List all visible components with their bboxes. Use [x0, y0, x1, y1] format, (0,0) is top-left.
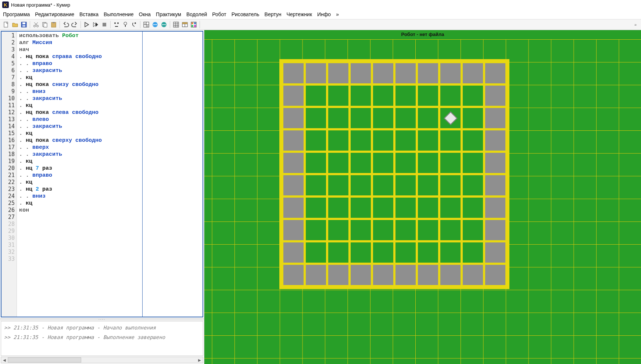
menu-водолей[interactable]: Водолей: [186, 11, 207, 17]
cell-2-0: [283, 108, 304, 128]
cell-0-6: [418, 63, 438, 83]
grid-tool-icon[interactable]: 10: [142, 21, 150, 29]
copy-icon[interactable]: [41, 21, 49, 29]
cell-3-1: [306, 130, 326, 151]
cell-8-7: [440, 242, 461, 263]
console-line: >> 21:31:35 - Новая программа - Начало в…: [4, 323, 200, 332]
run-icon[interactable]: [83, 21, 91, 29]
cell-8-6: [418, 242, 438, 263]
cell-5-1: [306, 175, 326, 195]
cell-9-0: [283, 265, 304, 285]
grid-black-icon[interactable]: [172, 21, 180, 29]
cell-3-7: [440, 130, 461, 151]
cell-5-6: [418, 175, 438, 195]
code-area[interactable]: использовать Роботалг Миссиянач. нц пока…: [17, 32, 203, 317]
code-editor[interactable]: 1234567891011121314151617181920212223242…: [1, 31, 203, 317]
menu-чертежник[interactable]: Чертежник: [286, 11, 312, 17]
cell-9-7: [440, 265, 461, 285]
toolbar-separator: [60, 21, 60, 28]
save-file-icon[interactable]: [20, 21, 28, 29]
cell-6-4: [373, 198, 393, 218]
horizontal-scrollbar[interactable]: ◄ ►: [1, 357, 203, 363]
menu-вертун[interactable]: Вертун: [265, 11, 282, 17]
cell-6-2: [328, 198, 348, 218]
stop-icon[interactable]: [100, 21, 108, 29]
table-icon[interactable]: [181, 21, 189, 29]
paint-icon[interactable]: [190, 21, 198, 29]
scroll-right-arrow[interactable]: ►: [196, 357, 203, 363]
menu-инфо[interactable]: Инфо: [317, 11, 331, 17]
run-step-icon[interactable]: [92, 21, 100, 29]
cell-2-8: [463, 108, 483, 128]
app-icon: K: [2, 1, 9, 8]
globe-blue-icon[interactable]: [151, 21, 159, 29]
field-canvas[interactable]: [204, 39, 641, 364]
svg-rect-25: [194, 22, 196, 24]
cell-6-9: [485, 198, 505, 218]
cell-4-5: [395, 153, 416, 173]
svg-rect-20: [173, 22, 179, 27]
new-file-icon[interactable]: [2, 21, 10, 29]
menu-практикум[interactable]: Практикум: [156, 11, 181, 17]
window-title: Новая программа* - Кумир: [11, 2, 70, 8]
cell-3-5: [395, 130, 416, 151]
cell-3-2: [328, 130, 348, 151]
cut-icon[interactable]: [32, 21, 40, 29]
robot-board: [279, 59, 509, 289]
output-console[interactable]: >> 21:31:35 - Новая программа - Начало в…: [1, 321, 203, 356]
menu-рисователь[interactable]: Рисователь: [232, 11, 259, 17]
cell-4-2: [328, 153, 348, 173]
cell-6-0: [283, 198, 304, 218]
cell-7-7: [440, 220, 461, 240]
scroll-left-arrow[interactable]: ◄: [1, 357, 8, 363]
cell-6-8: [463, 198, 483, 218]
cell-8-1: [306, 242, 326, 263]
redo-icon[interactable]: [71, 21, 79, 29]
play-begin-icon[interactable]: [112, 21, 121, 29]
toolbar-overflow[interactable]: »: [632, 22, 639, 27]
cell-0-2: [328, 63, 348, 83]
toolbar-separator: [30, 21, 30, 28]
cell-0-1: [306, 63, 326, 83]
cell-1-9: [485, 86, 505, 106]
cell-3-9: [485, 130, 505, 151]
left-pane: 1234567891011121314151617181920212223242…: [0, 30, 204, 364]
cell-3-3: [351, 130, 371, 151]
toolbar-separator: [80, 21, 81, 28]
cell-0-5: [395, 63, 416, 83]
cell-0-7: [440, 63, 461, 83]
cell-2-6: [418, 108, 438, 128]
open-file-icon[interactable]: [11, 21, 19, 29]
menu-»[interactable]: »: [336, 11, 339, 17]
cell-4-8: [463, 153, 483, 173]
cell-5-7: [440, 175, 461, 195]
cell-7-0: [283, 220, 304, 240]
cell-2-4: [373, 108, 393, 128]
cell-1-3: [351, 86, 371, 106]
menu-bar: ПрограммаРедактированиеВставкаВыполнение…: [0, 10, 641, 19]
undo-icon[interactable]: [62, 21, 70, 29]
cell-8-2: [328, 242, 348, 263]
editor-vertical-split[interactable]: [142, 32, 143, 317]
menu-выполнение[interactable]: Выполнение: [104, 11, 133, 17]
cell-0-9: [485, 63, 505, 83]
globe-teal-icon[interactable]: [160, 21, 168, 29]
cell-7-5: [395, 220, 416, 240]
menu-вставка[interactable]: Вставка: [79, 11, 99, 17]
cell-4-0: [283, 153, 304, 173]
cell-5-2: [328, 175, 348, 195]
cell-4-1: [306, 153, 326, 173]
cell-5-3: [351, 175, 371, 195]
cell-1-5: [395, 86, 416, 106]
menu-окна[interactable]: Окна: [139, 11, 151, 17]
menu-программа[interactable]: Программа: [3, 11, 30, 17]
cell-7-4: [373, 220, 393, 240]
play-pause-icon[interactable]: [121, 21, 129, 29]
play-end-icon[interactable]: [130, 21, 138, 29]
menu-робот[interactable]: Робот: [212, 11, 226, 17]
horizontal-splitter[interactable]: ····: [0, 318, 204, 320]
menu-редактирование[interactable]: Редактирование: [35, 11, 74, 17]
scroll-thumb[interactable]: [8, 357, 81, 363]
paste-icon[interactable]: [50, 21, 58, 29]
cell-5-9: [485, 175, 505, 195]
